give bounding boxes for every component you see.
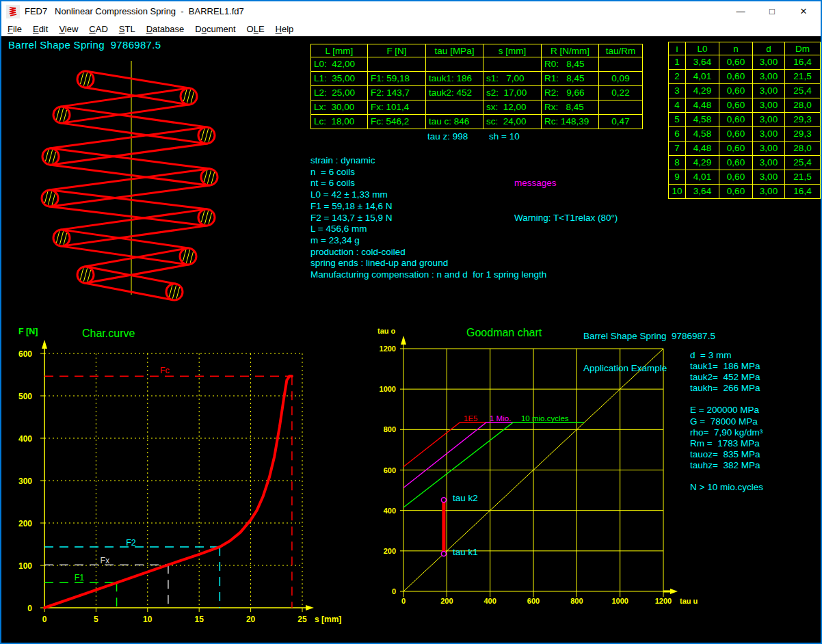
- table-cell: 21,5: [785, 170, 821, 185]
- chart-caption: Fatigue strength chart (Goodman Diagram)…: [373, 618, 585, 644]
- menu-item-edit[interactable]: Edit: [27, 23, 53, 36]
- text-line: N > 10 mio.cycles: [690, 482, 763, 493]
- y-tick-label: 1000: [380, 385, 396, 393]
- table-cell: tau c: 846: [426, 115, 483, 129]
- table-cell: 4,48: [686, 98, 719, 113]
- x-axis-label: tau u: [680, 597, 698, 605]
- menu-item-stl[interactable]: STL: [114, 23, 141, 36]
- y-tick-label: 400: [18, 434, 32, 444]
- column-header: L [mm]: [311, 44, 368, 57]
- table-cell: R1: 8,45: [542, 72, 599, 86]
- table-cell: R2: 9,66: [542, 86, 599, 100]
- coil-table-container: iL0ndDm13,640,603,0016,424,010,603,0021,…: [668, 42, 821, 199]
- app-window: FED7 Nonlinear Compression Spring - BARR…: [0, 0, 822, 644]
- menu-item-ole[interactable]: OLE: [241, 23, 270, 36]
- table-cell: Rc: 148,39: [542, 115, 599, 129]
- table-cell: 3,00: [753, 84, 785, 98]
- y-tick-label: 600: [384, 466, 396, 474]
- table-cell: F2: 143,7: [368, 86, 426, 100]
- table-row: L2: 25,00F2: 143,7tauk2: 452s2: 17,00R2:…: [311, 86, 643, 100]
- table-row: 74,480,603,0028,0: [669, 142, 821, 156]
- minimize-button[interactable]: —: [725, 1, 756, 21]
- table-cell: 29,3: [785, 127, 821, 142]
- y-tick-label: 400: [384, 507, 396, 515]
- menu-item-help[interactable]: Help: [270, 23, 300, 36]
- x-axis-arrow: [670, 589, 678, 594]
- table-cell: Fc: 546,2: [368, 115, 426, 129]
- ref-label-F1: F1: [75, 573, 85, 582]
- table-cell: 28,0: [785, 142, 821, 156]
- table-cell: 3,00: [753, 185, 785, 199]
- table-row: Lx: 30,00Fx: 101,4sx: 12,00Rx: 8,45: [311, 100, 643, 115]
- text-line: rho= 7,90 kg/dm³: [690, 427, 763, 438]
- x-tick-label: 600: [527, 597, 540, 605]
- table-cell: 4,01: [686, 70, 719, 84]
- char-curve-chart: 05101520250100200300400500600s [mm]F [N]…: [1, 312, 350, 643]
- x-tick-label: 10: [143, 615, 153, 624]
- title-bar[interactable]: FED7 Nonlinear Compression Spring - BARR…: [1, 1, 821, 21]
- chart-title: Goodman chart: [466, 327, 542, 338]
- wire-edge: [49, 206, 206, 226]
- y-tick-label: 300: [18, 477, 32, 486]
- menu-item-cad[interactable]: CAD: [83, 23, 113, 36]
- y-axis-label: F [N]: [18, 327, 38, 336]
- table-row: 13,640,603,0016,4: [669, 55, 821, 70]
- x-axis-arrow: [306, 605, 314, 611]
- y-tick-label: 0: [27, 604, 32, 613]
- table-cell: 10: [669, 185, 686, 199]
- table-cell: s2: 17,00: [483, 86, 542, 100]
- y-tick-label: 1200: [380, 345, 396, 353]
- table-cell: Lx: 30,00: [311, 100, 368, 115]
- x-axis-label: s [mm]: [315, 615, 341, 624]
- stress-label: tau k2: [453, 493, 478, 503]
- maximize-button[interactable]: □: [756, 1, 788, 21]
- y-tick-label: 500: [18, 392, 32, 401]
- x-tick-label: 0: [401, 597, 406, 605]
- table-cell: 25,4: [785, 156, 821, 170]
- table-cell: 4: [669, 98, 686, 113]
- wire-edge: [63, 105, 190, 123]
- messages-block: messages Warning: T<T1relax (80°): [514, 155, 618, 247]
- column-header: s [mm]: [483, 44, 542, 57]
- text-line: m = 23,34 g: [310, 235, 546, 247]
- wire-edge: [52, 144, 208, 165]
- goodman-header-line1: Barrel Shape Spring 9786987.5: [583, 331, 715, 342]
- table-cell: 16,4: [785, 55, 821, 70]
- table-cell: 3,00: [753, 98, 785, 113]
- table-cell: 0,60: [719, 156, 753, 170]
- menu-item-view[interactable]: View: [53, 23, 83, 36]
- menu-item-database[interactable]: Database: [141, 23, 190, 36]
- tau-z-value: tau z: 998: [427, 131, 468, 142]
- column-header: tau [MPa]: [426, 44, 483, 57]
- y-tick-label: 100: [18, 561, 32, 571]
- table-cell: [483, 57, 542, 72]
- text-line: spring ends : lined-up and ground: [310, 258, 546, 269]
- window-controls: —□✕: [725, 1, 819, 21]
- table-cell: 3,00: [753, 156, 785, 170]
- table-cell: 3,00: [753, 70, 785, 84]
- table-cell: Lc: 18,00: [311, 115, 368, 129]
- wire-edge: [84, 283, 173, 300]
- x-tick-label: 200: [440, 597, 453, 605]
- table-cell: s1: 7,00: [483, 72, 542, 86]
- table-row: 44,480,603,0028,0: [669, 98, 821, 113]
- table-cell: 3,00: [753, 170, 785, 185]
- series-label-1-mio-cycles: 1 Mio.: [490, 414, 511, 422]
- table-cell: 5: [669, 113, 686, 127]
- table-cell: 6: [669, 127, 686, 142]
- table-cell: 0,47: [599, 115, 643, 129]
- series-10-mio-cycles: [403, 422, 584, 507]
- menu-item-file[interactable]: File: [2, 23, 27, 36]
- header-row: L [mm]F [N]tau [MPa]s [mm]R [N/mm]tau/Rm: [311, 44, 643, 57]
- close-button[interactable]: ✕: [788, 1, 819, 21]
- text-line: tauk2= 452 MPa: [690, 372, 763, 383]
- menu-item-document[interactable]: Document: [189, 23, 241, 36]
- table-cell: 3,64: [686, 185, 719, 199]
- table-row: 24,010,603,0021,5: [669, 70, 821, 84]
- table-cell: 3,00: [753, 55, 785, 70]
- table-cell: 7: [669, 142, 686, 156]
- table-cell: tauk1: 186: [426, 72, 483, 86]
- table-cell: 4,01: [686, 170, 719, 185]
- text-line: d = 3 mm: [690, 350, 763, 361]
- table-cell: Fx: 101,4: [368, 100, 426, 115]
